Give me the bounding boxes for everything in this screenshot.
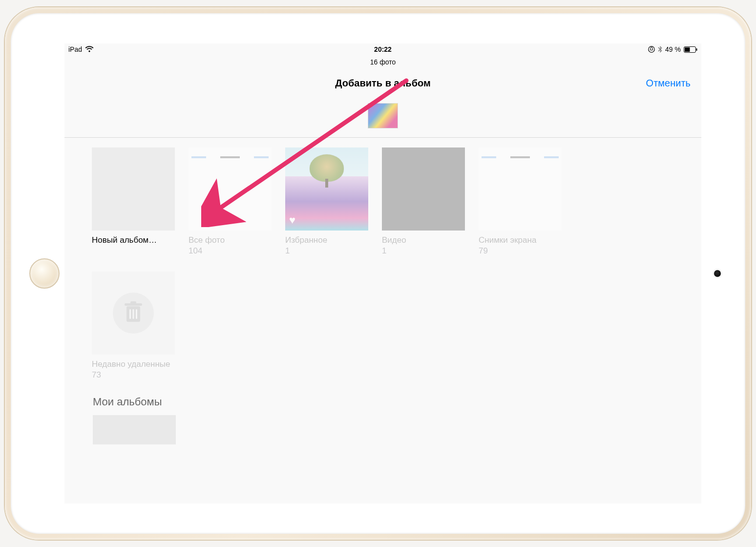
album-all-photos: Все фото 104 <box>189 147 272 256</box>
selected-photo-preview <box>368 103 398 128</box>
album-name: Снимки экрана <box>479 235 562 245</box>
battery-icon <box>684 46 697 53</box>
album-name: Видео <box>382 235 465 245</box>
album-thumb: ♥ <box>285 147 368 231</box>
svg-rect-3 <box>696 48 697 51</box>
selection-count: 16 фото <box>64 58 701 66</box>
bluetooth-icon <box>658 46 662 53</box>
ipad-frame: iPad 20:22 49 % <box>5 7 751 540</box>
ipad-bezel: iPad 20:22 49 % <box>11 13 745 534</box>
album-video: Видео 1 <box>382 147 465 256</box>
album-count: 1 <box>285 246 368 256</box>
section-my-albums: Мои альбомы <box>93 396 701 408</box>
new-album-thumb <box>92 147 175 231</box>
album-recently-deleted: Недавно удаленные 73 <box>92 272 175 380</box>
battery-text: 49 % <box>665 45 681 53</box>
album-thumb <box>189 147 272 231</box>
header: 16 фото Добавить в альбом Отменить <box>64 55 701 128</box>
home-button[interactable] <box>29 258 60 289</box>
cancel-button[interactable]: Отменить <box>646 78 691 89</box>
front-camera <box>714 270 721 277</box>
svg-rect-8 <box>133 309 134 319</box>
device-label: iPad <box>68 45 82 53</box>
album-thumb <box>479 147 562 231</box>
new-album-button[interactable]: Новый альбом… <box>92 147 175 256</box>
album-name: Новый альбом… <box>92 235 175 245</box>
status-bar: iPad 20:22 49 % <box>64 43 701 55</box>
page-title: Добавить в альбом <box>335 78 431 88</box>
svg-rect-9 <box>136 309 137 319</box>
svg-rect-6 <box>130 301 136 304</box>
album-count: 73 <box>92 370 175 380</box>
album-count: 104 <box>189 246 272 256</box>
album-name: Все фото <box>189 235 272 245</box>
wifi-icon <box>85 46 94 53</box>
album-count: 1 <box>382 246 465 256</box>
album-name: Недавно удаленные <box>92 359 175 369</box>
album-favorite: ♥ Избранное 1 <box>285 147 368 256</box>
album-thumb <box>382 147 465 231</box>
albums-grid: Новый альбом… Все фото 104 <box>64 138 701 380</box>
heart-icon: ♥ <box>289 214 295 227</box>
screen: iPad 20:22 49 % <box>64 43 701 504</box>
svg-rect-7 <box>129 309 131 319</box>
svg-rect-2 <box>685 47 690 52</box>
trash-icon <box>124 301 143 325</box>
orientation-lock-icon <box>648 46 655 53</box>
album-name: Избранное <box>285 235 368 245</box>
album-thumb-partial[interactable] <box>93 415 176 444</box>
album-screenshots: Снимки экрана 79 <box>479 147 562 256</box>
clock: 20:22 <box>374 45 392 53</box>
album-thumb <box>92 272 175 355</box>
album-count: 79 <box>479 246 562 256</box>
